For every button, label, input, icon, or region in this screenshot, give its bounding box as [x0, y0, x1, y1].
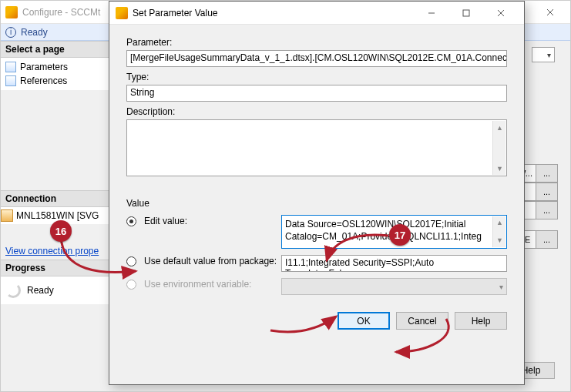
close-button[interactable] — [532, 2, 567, 23]
progress-text: Ready — [27, 285, 54, 296]
default-value-label[interactable]: Use default value from package: — [144, 255, 278, 266]
scroll-down-icon[interactable]: ▼ — [493, 234, 506, 247]
configure-icon — [5, 6, 18, 18]
description-field[interactable]: ▲ ▼ — [126, 119, 507, 176]
scrollbar[interactable]: ▲ ▼ — [492, 216, 506, 247]
page-icon — [5, 62, 16, 72]
nav-label: Parameters — [20, 62, 68, 72]
info-icon: i — [5, 27, 16, 38]
connection-server: MNL1581WIN [SVG — [1, 209, 109, 222]
nav-label: References — [20, 75, 67, 86]
scroll-up-icon[interactable]: ▲ — [493, 216, 506, 230]
dialog-titlebar: Set Parameter Value — [109, 2, 524, 25]
select-page-header: Select a page — [1, 41, 109, 58]
dialog-close-button[interactable] — [483, 2, 518, 24]
edit-value-text: Data Source=OSL120WIN\SQL2017E;Initial C… — [285, 219, 482, 242]
nav-list: Parameters References — [1, 58, 109, 90]
scrollbar[interactable]: ▲ ▼ — [492, 121, 506, 175]
left-pane: Select a page Parameters References Conn… — [1, 41, 109, 392]
env-var-label: Use environment variable: — [144, 278, 278, 290]
server-name: MNL1581WIN [SVG — [16, 210, 99, 221]
grid-browse-button[interactable]: ... — [536, 201, 558, 219]
edit-value-row: Edit value: Data Source=OSL120WIN\SQL201… — [126, 215, 507, 249]
page-icon — [5, 75, 16, 86]
parameter-field[interactable]: [MergeFileUsageSummaryData_v_1_1.dtsx].[… — [126, 50, 507, 67]
background-dropdown[interactable] — [532, 47, 555, 62]
set-parameter-value-dialog: Set Parameter Value Parameter: [MergeFil… — [109, 1, 525, 385]
callout-badge-17: 17 — [389, 224, 411, 246]
value-label: Value — [126, 198, 507, 209]
cancel-button[interactable]: Cancel — [396, 312, 448, 330]
type-field[interactable]: String — [126, 85, 507, 102]
default-value-radio[interactable] — [126, 256, 136, 266]
nav-item-parameters[interactable]: Parameters — [1, 60, 109, 74]
progress-body: Ready — [1, 276, 109, 304]
edit-value-label[interactable]: Edit value: — [144, 215, 278, 226]
callout-badge-16: 16 — [50, 220, 72, 242]
progress-spinner-icon — [5, 283, 21, 298]
edit-value-radio[interactable] — [126, 216, 136, 226]
scroll-up-icon[interactable]: ▲ — [493, 121, 506, 134]
dialog-minimize-button[interactable] — [414, 2, 448, 24]
parameter-label: Parameter: — [126, 37, 507, 48]
dialog-title: Set Parameter Value — [133, 8, 218, 18]
server-icon — [1, 209, 13, 222]
ready-text: Ready — [21, 27, 48, 38]
progress-header: Progress — [1, 260, 109, 276]
type-label: Type: — [126, 72, 507, 82]
env-var-radio — [126, 280, 136, 290]
dialog-maximize-button[interactable] — [448, 2, 483, 24]
ok-button[interactable]: OK — [338, 312, 390, 330]
nav-item-references[interactable]: References — [1, 74, 109, 88]
grid-browse-button[interactable]: ... — [536, 164, 558, 183]
dialog-body: Parameter: [MergeFileUsageSummaryData_v_… — [109, 25, 524, 339]
scroll-down-icon[interactable]: ▼ — [493, 162, 506, 175]
env-var-row: Use environment variable: — [126, 278, 507, 295]
default-value-input[interactable]: I11.1;Integrated Security=SSPI;Auto Tran… — [281, 255, 507, 272]
connection-header: Connection — [1, 190, 109, 207]
configure-title: Configure - SCCMt — [22, 7, 100, 18]
description-label: Description: — [126, 106, 507, 117]
svg-rect-1 — [463, 10, 469, 16]
default-value-row: Use default value from package: I11.1;In… — [126, 255, 507, 272]
dialog-help-button[interactable]: Help — [455, 312, 507, 330]
dialog-buttons: OK Cancel Help — [126, 312, 507, 330]
grid-browse-button[interactable]: ... — [536, 230, 558, 249]
grid-browse-button[interactable]: ... — [536, 183, 558, 201]
dialog-icon — [116, 7, 128, 19]
view-connection-properties-link[interactable]: View connection prope — [1, 246, 109, 256]
env-var-select — [281, 278, 507, 295]
